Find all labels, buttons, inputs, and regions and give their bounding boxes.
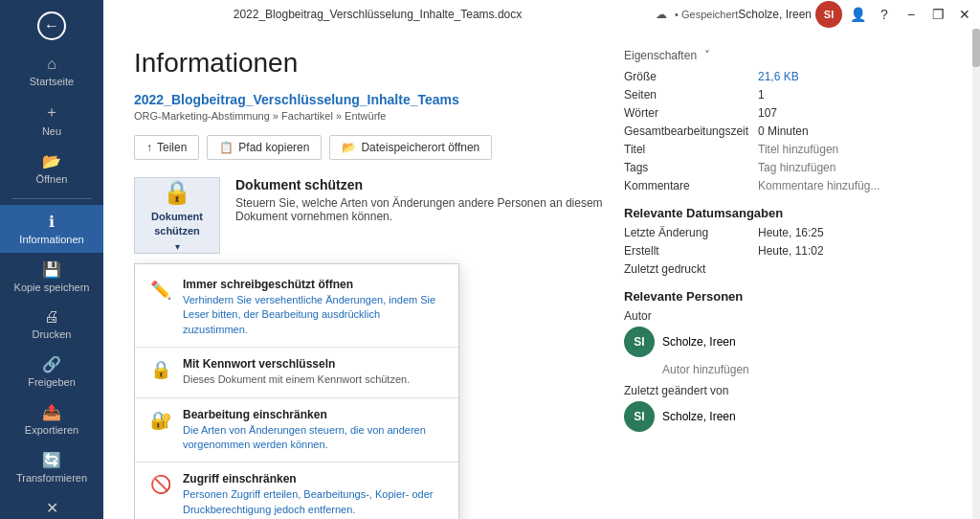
print-icon: 🖨 xyxy=(44,308,59,326)
dropdown-item-content-schreibgeschuetzt: Immer schreibgeschützt öffnen Verhindern… xyxy=(183,278,443,337)
filename-label: 2022_Blogbeitrag_Verschlüsselung_Inhalte… xyxy=(103,8,652,21)
dropdown-item-desc-zugriff: Personen Zugriff erteilen, Bearbeitungs-… xyxy=(183,487,443,517)
info-icon: ℹ xyxy=(49,213,55,231)
doc-title-link[interactable]: 2022_Blogbeitrag_Verschlüsselung_Inhalte… xyxy=(134,92,605,107)
sidebar: ← ⌂ Startseite ＋ Neu 📂 Öffnen ℹ Informat… xyxy=(0,0,103,519)
sidebar-label-transformieren: Transformieren xyxy=(16,472,87,484)
share-button[interactable]: ↑ Teilen xyxy=(134,135,199,160)
sidebar-item-informationen[interactable]: ℹ Informationen xyxy=(0,205,103,253)
dropdown-item-content-kennwort: Mit Kennwort verschlüsseln Dieses Dokume… xyxy=(183,357,410,387)
avatar-initials: SI xyxy=(824,9,834,20)
sidebar-label-startseite: Startseite xyxy=(30,76,74,87)
prop-value-bearbzeit: 0 Minuten xyxy=(758,124,949,138)
prop-label-erstellt: Erstellt xyxy=(624,244,758,258)
back-button[interactable]: ← xyxy=(0,0,103,48)
minimize-button[interactable]: − xyxy=(900,3,923,26)
prop-label-groesse: Größe xyxy=(624,70,758,83)
dropdown-item-content-bearbeitung: Bearbeitung einschränken Die Arten von Ä… xyxy=(183,408,443,453)
close-sidebar-icon: ✕ xyxy=(46,499,58,517)
doc-protect-area: 🔒 Dokumentschützen ▾ Dokument schützen S… xyxy=(134,177,605,254)
prop-label-seiten: Seiten xyxy=(624,88,758,102)
prop-value-titel[interactable]: Titel hinzufügen xyxy=(758,143,949,156)
sidebar-item-drucken[interactable]: 🖨 Drucken xyxy=(0,301,103,348)
open-icon: 📂 xyxy=(42,152,61,170)
maximize-button[interactable]: ❐ xyxy=(926,3,949,26)
prop-row-autor-label: Autor xyxy=(624,309,949,323)
sidebar-item-neu[interactable]: ＋ Neu xyxy=(0,95,103,145)
sync-icon: ☁ xyxy=(656,8,667,21)
edit-protect-icon: ✏️ xyxy=(150,280,171,301)
author-avatar: SI xyxy=(624,327,655,357)
save-status: • Gespeichert xyxy=(675,9,738,20)
persons-section-title: Relevante Personen xyxy=(624,289,949,304)
copy-path-button[interactable]: 📋 Pfad kopieren xyxy=(207,135,322,160)
back-circle-icon[interactable]: ← xyxy=(37,11,66,40)
content-left: Informationen 2022_Blogbeitrag_Verschlüs… xyxy=(134,48,624,519)
sidebar-label-informationen: Informationen xyxy=(19,234,83,245)
sidebar-item-kopie-speichern[interactable]: 💾 Kopie speichern xyxy=(0,253,103,301)
new-icon: ＋ xyxy=(44,102,59,123)
save-copy-icon: 💾 xyxy=(42,260,61,279)
dates-section-title: Relevante Datumsangaben xyxy=(624,206,949,220)
sidebar-item-startseite[interactable]: ⌂ Startseite xyxy=(0,48,103,95)
main-area: 2022_Blogbeitrag_Verschlüsselung_Inhalte… xyxy=(103,0,980,519)
changed-by-initials: SI xyxy=(634,410,644,423)
dropdown-item-schreibgeschuetzt[interactable]: ✏️ Immer schreibgeschützt öffnen Verhind… xyxy=(135,270,458,345)
close-button[interactable]: ✕ xyxy=(953,3,976,26)
prop-label-bearbzeit: Gesamtbearbeitungszeit xyxy=(624,124,758,138)
sidebar-item-freigeben[interactable]: 🔗 Freigeben xyxy=(0,348,103,395)
protect-dropdown-chevron: ▾ xyxy=(175,241,180,252)
prop-row-erstellt: Erstellt Heute, 11:02 xyxy=(624,244,949,258)
protect-dropdown: ✏️ Immer schreibgeschützt öffnen Verhind… xyxy=(134,263,459,519)
content-right: Eigenschaften ˅ Größe 21,6 KB Seiten 1 W… xyxy=(624,48,949,519)
sidebar-label-freigeben: Freigeben xyxy=(28,376,76,388)
prop-value-tags[interactable]: Tag hinzufügen xyxy=(758,161,949,174)
protect-title: Dokument schützen xyxy=(235,177,605,192)
dropdown-item-title-kennwort: Mit Kennwort verschlüsseln xyxy=(183,357,410,371)
prop-row-kommentare: Kommentare Kommentare hinzufüg... xyxy=(624,179,949,192)
author-row: SI Scholze, Ireen xyxy=(624,327,949,357)
autor-label: Autor xyxy=(624,309,758,323)
dropdown-divider-3 xyxy=(135,462,458,463)
prop-row-seiten: Seiten 1 xyxy=(624,88,949,102)
toolbar: ↑ Teilen 📋 Pfad kopieren 📂 Dateispeicher… xyxy=(134,135,605,160)
protect-box-label: Dokumentschützen xyxy=(151,210,203,237)
sidebar-label-neu: Neu xyxy=(42,125,61,137)
add-author-link[interactable]: Autor hinzufügen xyxy=(662,363,949,376)
restrict-access-icon: 🚫 xyxy=(150,474,171,495)
dropdown-item-title-schreibgeschuetzt: Immer schreibgeschützt öffnen xyxy=(183,278,443,291)
sidebar-item-transformieren[interactable]: 🔄 Transformieren xyxy=(0,443,103,491)
lock-icon: 🔒 xyxy=(163,179,191,206)
dropdown-item-zugriff[interactable]: 🚫 Zugriff einschränken Personen Zugriff … xyxy=(135,464,458,519)
prop-value-woerter: 107 xyxy=(758,106,949,120)
sidebar-item-exportieren[interactable]: 📤 Exportieren xyxy=(0,395,103,443)
changed-by-name: Scholze, Ireen xyxy=(662,410,736,423)
dropdown-item-title-bearbeitung: Bearbeitung einschränken xyxy=(183,408,443,421)
prop-row-titel: Titel Titel hinzufügen xyxy=(624,143,949,156)
dropdown-item-kennwort[interactable]: 🔒 Mit Kennwort verschlüsseln Dieses Doku… xyxy=(135,350,458,395)
scrollbar-thumb[interactable] xyxy=(972,29,980,67)
dropdown-divider-2 xyxy=(135,397,458,398)
page-area: Informationen 2022_Blogbeitrag_Verschlüs… xyxy=(103,29,980,519)
dropdown-item-title-zugriff: Zugriff einschränken xyxy=(183,472,443,485)
help-button[interactable]: ? xyxy=(873,3,896,26)
sidebar-item-schliessen[interactable]: ✕ Schließen xyxy=(0,491,103,519)
prop-label-letzte-aenderung: Letzte Änderung xyxy=(624,226,758,239)
sidebar-item-oeffnen[interactable]: 📂 Öffnen xyxy=(0,145,103,192)
open-location-button[interactable]: 📂 Dateispeicherort öffnen xyxy=(329,135,492,160)
prop-value-seiten: 1 xyxy=(758,88,949,102)
prop-row-woerter: Wörter 107 xyxy=(624,106,949,120)
presenter-mode-button[interactable]: 👤 xyxy=(846,3,869,26)
dropdown-divider-1 xyxy=(135,347,458,348)
copy-path-label: Pfad kopieren xyxy=(238,141,309,154)
sidebar-label-exportieren: Exportieren xyxy=(25,424,78,436)
prop-value-kommentare[interactable]: Kommentare hinzufüg... xyxy=(758,179,949,192)
dropdown-item-content-zugriff: Zugriff einschränken Personen Zugriff er… xyxy=(183,472,443,517)
dropdown-item-bearbeitung[interactable]: 🔐 Bearbeitung einschränken Die Arten von… xyxy=(135,400,458,461)
dropdown-item-desc-schreibgeschuetzt: Verhindern Sie versehentliche Änderungen… xyxy=(183,293,443,337)
prop-row-groesse: Größe 21,6 KB xyxy=(624,70,949,83)
prop-label-kommentare: Kommentare xyxy=(624,179,758,192)
scrollbar[interactable] xyxy=(972,29,980,519)
protect-icon-box[interactable]: 🔒 Dokumentschützen ▾ xyxy=(134,177,220,254)
properties-chevron[interactable]: ˅ xyxy=(704,49,710,62)
